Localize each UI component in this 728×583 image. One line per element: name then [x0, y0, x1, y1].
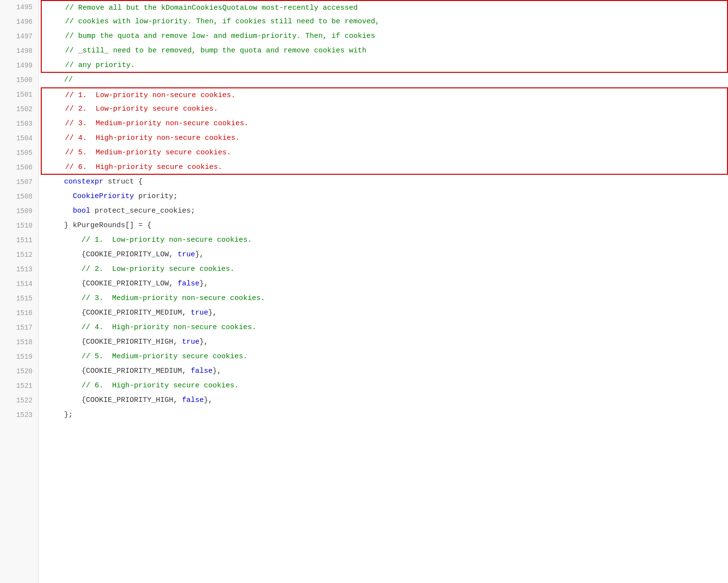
- code-line: // _still_ need to be removed, bump the …: [41, 44, 728, 58]
- code-token: {COOKIE_PRIORITY_HIGH,: [47, 338, 182, 346]
- line-number: 1501: [0, 87, 38, 102]
- code-token: //: [47, 76, 73, 84]
- code-line: {COOKIE_PRIORITY_HIGH, true},: [39, 335, 728, 350]
- code-token: struct {: [103, 178, 143, 186]
- code-token: true: [191, 309, 208, 317]
- code-line: // 1. Low-priority non-secure cookies.: [39, 233, 728, 248]
- code-line: // 2. Low-priority secure cookies.: [41, 102, 728, 117]
- code-token: // cookies with low-priority. Then, if c…: [48, 17, 380, 26]
- line-number: 1512: [0, 248, 38, 262]
- code-token: priority;: [134, 192, 178, 200]
- line-number: 1510: [0, 218, 38, 233]
- code-line: // 6. High-priority secure cookies.: [39, 379, 728, 393]
- line-numbers: 1495149614971498149915001501150215031504…: [0, 0, 39, 583]
- code-line: // 5. Medium-priority secure cookies.: [41, 146, 728, 160]
- code-token: // 1. Low-priority non-secure cookies.: [47, 236, 252, 244]
- code-viewer: 1495149614971498149915001501150215031504…: [0, 0, 728, 583]
- code-line: };: [39, 408, 728, 422]
- code-token: };: [47, 411, 73, 419]
- code-line: //: [39, 73, 728, 87]
- code-line: // any priority.: [41, 58, 728, 73]
- line-number: 1522: [0, 393, 38, 408]
- code-token: {COOKIE_PRIORITY_HIGH,: [47, 396, 182, 404]
- code-line: // 3. Medium-priority non-secure cookies…: [39, 291, 728, 306]
- code-token: constexpr: [64, 178, 103, 186]
- code-token: false: [182, 396, 204, 404]
- line-number: 1518: [0, 335, 38, 350]
- code-token: // 2. Low-priority secure cookies.: [47, 265, 234, 273]
- line-number: 1519: [0, 350, 38, 364]
- code-token: true: [182, 338, 199, 346]
- line-number: 1514: [0, 277, 38, 291]
- code-line: // cookies with low-priority. Then, if c…: [41, 15, 728, 29]
- code-line: // 3. Medium-priority non-secure cookies…: [41, 117, 728, 131]
- code-line: {COOKIE_PRIORITY_HIGH, false},: [39, 393, 728, 408]
- line-number: 1509: [0, 204, 38, 218]
- code-token: // Remove all but the kDomainCookiesQuot…: [48, 4, 358, 12]
- code-token: false: [191, 367, 213, 375]
- code-token: // 4. High-priority non-secure cookies.: [47, 323, 256, 332]
- line-number: 1500: [0, 73, 38, 87]
- code-token: // any priority.: [48, 61, 135, 69]
- code-line: // 4. High-priority non-secure cookies.: [41, 131, 728, 146]
- code-token: // bump the quota and remove low- and me…: [48, 32, 375, 40]
- code-token: // 6. High-priority secure cookies.: [47, 382, 239, 390]
- code-token: // 2. Low-priority secure cookies.: [48, 105, 218, 113]
- line-number: 1497: [0, 29, 38, 44]
- code-content[interactable]: // Remove all but the kDomainCookiesQuot…: [39, 0, 728, 583]
- code-token: bool: [73, 207, 90, 215]
- code-line: {COOKIE_PRIORITY_MEDIUM, true},: [39, 306, 728, 320]
- code-token: {COOKIE_PRIORITY_LOW,: [47, 280, 178, 288]
- line-number: 1517: [0, 320, 38, 335]
- code-token: true: [178, 250, 195, 259]
- code-token: // 5. Medium-priority secure cookies.: [48, 149, 231, 157]
- line-number: 1513: [0, 262, 38, 277]
- code-line: // 4. High-priority non-secure cookies.: [39, 320, 728, 335]
- line-number: 1523: [0, 408, 38, 422]
- code-token: // 1. Low-priority non-secure cookies.: [48, 91, 235, 100]
- line-number: 1521: [0, 379, 38, 393]
- line-number: 1516: [0, 306, 38, 320]
- code-line: // 2. Low-priority secure cookies.: [39, 262, 728, 277]
- code-token: },: [204, 396, 213, 404]
- code-token: {COOKIE_PRIORITY_MEDIUM,: [47, 309, 191, 317]
- line-number: 1502: [0, 102, 38, 117]
- code-token: [47, 207, 73, 215]
- line-number: 1515: [0, 291, 38, 306]
- line-number: 1507: [0, 175, 38, 189]
- code-token: } kPurgeRounds[] = {: [47, 221, 151, 230]
- code-token: },: [199, 338, 208, 346]
- code-line: // bump the quota and remove low- and me…: [41, 29, 728, 44]
- code-line: bool protect_secure_cookies;: [39, 204, 728, 218]
- line-number: 1503: [0, 117, 38, 131]
- code-line: // 6. High-priority secure cookies.: [41, 160, 728, 175]
- code-line: {COOKIE_PRIORITY_LOW, false},: [39, 277, 728, 291]
- line-number: 1498: [0, 44, 38, 58]
- code-token: },: [208, 309, 217, 317]
- code-line: {COOKIE_PRIORITY_LOW, true},: [39, 248, 728, 262]
- line-number: 1511: [0, 233, 38, 248]
- code-token: {COOKIE_PRIORITY_LOW,: [47, 250, 178, 259]
- code-token: // 6. High-priority secure cookies.: [48, 163, 222, 171]
- code-line: {COOKIE_PRIORITY_MEDIUM, false},: [39, 364, 728, 379]
- code-token: false: [178, 280, 199, 288]
- line-number: 1504: [0, 131, 38, 146]
- code-token: // 4. High-priority non-secure cookies.: [48, 134, 240, 142]
- code-token: },: [195, 250, 204, 259]
- code-token: {COOKIE_PRIORITY_MEDIUM,: [47, 367, 191, 375]
- line-number: 1499: [0, 58, 38, 73]
- code-line: constexpr struct {: [39, 175, 728, 189]
- line-number: 1496: [0, 15, 38, 29]
- line-number: 1508: [0, 189, 38, 204]
- code-token: protect_secure_cookies;: [90, 207, 195, 215]
- code-token: // 3. Medium-priority non-secure cookies…: [48, 119, 248, 128]
- code-token: // _still_ need to be removed, bump the …: [48, 47, 366, 55]
- code-line: // 5. Medium-priority secure cookies.: [39, 350, 728, 364]
- code-token: [47, 178, 64, 186]
- line-number: 1495: [0, 0, 38, 15]
- code-line: // Remove all but the kDomainCookiesQuot…: [41, 0, 728, 15]
- code-line: // 1. Low-priority non-secure cookies.: [41, 87, 728, 102]
- code-token: // 3. Medium-priority non-secure cookies…: [47, 294, 265, 302]
- line-number: 1520: [0, 364, 38, 379]
- code-token: },: [199, 280, 208, 288]
